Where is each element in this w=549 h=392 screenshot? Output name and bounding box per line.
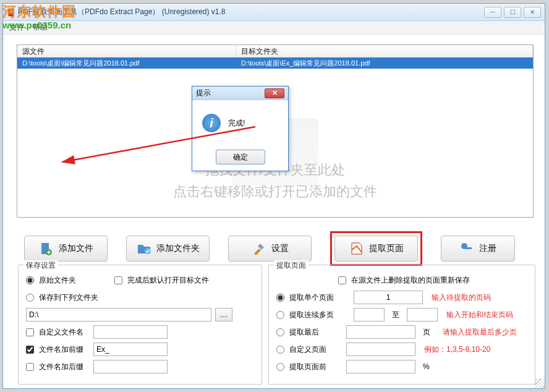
browse-folder-button[interactable]: … — [215, 308, 232, 322]
lbl-original-folder: 原始文件夹 — [39, 275, 76, 286]
register-label: 注册 — [479, 243, 496, 254]
window-title: PDF提取页面工具（PDFdo Extract Page） (Unregiste… — [18, 7, 484, 17]
input-before-percent[interactable] — [346, 360, 415, 373]
chk-delete-from-source[interactable] — [338, 276, 346, 284]
add-folder-label: 添加文件夹 — [156, 243, 200, 254]
hint-single: 输入待提取的页码 — [432, 292, 491, 303]
lbl-save-to-folder: 保存到下列文件夹 — [39, 292, 98, 303]
menu-file[interactable]: 文件 — [9, 22, 24, 33]
dialog-titlebar[interactable]: 提示 ✕ — [192, 87, 288, 100]
lbl-prefix: 文件名加前缀 — [39, 344, 83, 355]
list-header: 源文件 目标文件夹 — [17, 45, 533, 58]
extract-page-label: 提取页面 — [369, 243, 404, 254]
cell-target: D:\tools\桌面\Ex_编辑常见问题2018.01.pdf — [236, 58, 533, 69]
input-range-start[interactable] — [354, 308, 385, 322]
cell-source: D:\tools\桌面\编辑常见问题2018.01.pdf — [17, 58, 236, 69]
list-row[interactable]: D:\tools\桌面\编辑常见问题2018.01.pdf D:\tools\桌… — [17, 58, 533, 69]
save-legend: 保存设置 — [23, 260, 58, 271]
dialog-title: 提示 — [196, 88, 265, 98]
file-plus-icon — [39, 241, 54, 256]
radio-original-folder[interactable] — [26, 276, 34, 284]
close-window-button[interactable]: ✕ — [524, 7, 541, 18]
input-custom-name[interactable] — [93, 325, 168, 339]
app-window: PDF提取页面工具（PDFdo Extract Page） (Unregiste… — [2, 3, 545, 389]
extract-settings-group: 提取页面 在源文件上删除提取的页面重新保存 提取单个页面 输入待提取的页码 提取… — [268, 265, 535, 385]
radio-extract-last[interactable] — [276, 328, 284, 336]
extract-highlight-box: 提取页面 — [330, 231, 422, 266]
lbl-extract-single: 提取单个页面 — [289, 292, 334, 303]
add-file-button[interactable]: 添加文件 — [24, 236, 108, 262]
extract-legend: 提取页面 — [274, 260, 309, 271]
key-icon — [459, 241, 474, 256]
input-save-path[interactable] — [26, 308, 211, 322]
radio-extract-range[interactable] — [276, 311, 284, 319]
app-icon — [7, 8, 15, 17]
input-last-pages[interactable] — [346, 325, 415, 339]
input-range-end[interactable] — [407, 308, 438, 322]
lbl-extract-before: 提取页面前 — [289, 362, 326, 372]
svg-rect-5 — [466, 247, 472, 249]
lbl-suffix: 文件名加后缀 — [39, 362, 83, 372]
radio-extract-before[interactable] — [276, 363, 284, 371]
add-folder-button[interactable]: 添加文件夹 — [126, 236, 210, 262]
lbl-before-unit: % — [423, 362, 430, 371]
lbl-open-after: 完成后默认打开目标文件 — [127, 275, 209, 286]
maximize-button[interactable]: ☐ — [504, 7, 521, 18]
lbl-extract-custom: 自定义页面 — [289, 344, 326, 355]
input-prefix[interactable] — [93, 343, 168, 356]
add-file-label: 添加文件 — [59, 243, 93, 254]
input-custom-pages[interactable] — [346, 343, 415, 356]
input-single-page[interactable] — [354, 291, 423, 304]
radio-extract-single[interactable] — [276, 294, 284, 302]
hint-custom: 例如：1,3,5-8,10-20 — [424, 344, 490, 355]
radio-save-to-folder[interactable] — [26, 294, 34, 302]
lbl-last-unit: 页 — [423, 327, 430, 338]
lbl-extract-range: 提取连续多页 — [289, 310, 334, 320]
col-header-target[interactable]: 目标文件夹 — [236, 45, 533, 57]
menubar: 文件 帮助 — [3, 21, 545, 35]
input-suffix[interactable] — [93, 360, 168, 373]
folder-plus-icon — [137, 241, 151, 256]
tools-icon — [252, 241, 266, 256]
hint-range: 输入开始和结束页码 — [446, 310, 513, 320]
save-settings-group: 保存设置 原始文件夹 完成后默认打开目标文件 保存到下列文件夹 … 自定义文件名 — [18, 265, 262, 385]
chk-suffix[interactable] — [26, 363, 34, 371]
chk-open-after[interactable] — [114, 276, 122, 284]
hint-last: 请输入提取最后多少页 — [443, 327, 517, 338]
register-button[interactable]: 注册 — [441, 236, 515, 262]
lbl-range-to: 至 — [392, 310, 399, 320]
dialog-close-button[interactable]: ✕ — [265, 88, 284, 98]
settings-label: 设置 — [271, 243, 289, 254]
minimize-button[interactable]: ─ — [484, 7, 501, 18]
chk-custom-name[interactable] — [26, 328, 34, 336]
annotation-arrow — [57, 125, 262, 174]
radio-extract-custom[interactable] — [276, 346, 284, 354]
svg-line-0 — [62, 127, 255, 162]
chk-prefix[interactable] — [26, 346, 34, 354]
settings-button[interactable]: 设置 — [228, 236, 312, 262]
resize-grip[interactable] — [535, 378, 545, 388]
titlebar[interactable]: PDF提取页面工具（PDFdo Extract Page） (Unregiste… — [3, 4, 545, 21]
drop-hint-line2: 点击右键移除或打开已添加的文件 — [17, 181, 533, 202]
toolbar: 添加文件 添加文件夹 设置 提取页面 注册 — [24, 231, 515, 266]
lbl-extract-last: 提取最后 — [289, 327, 319, 338]
lbl-delete-from-source: 在源文件上删除提取的页面重新保存 — [351, 275, 470, 286]
pdf-extract-icon — [349, 241, 364, 256]
extract-page-button[interactable]: 提取页面 — [334, 236, 418, 262]
menu-help[interactable]: 帮助 — [33, 22, 48, 33]
lbl-custom-name: 自定义文件名 — [39, 327, 83, 338]
col-header-source[interactable]: 源文件 — [17, 45, 236, 57]
